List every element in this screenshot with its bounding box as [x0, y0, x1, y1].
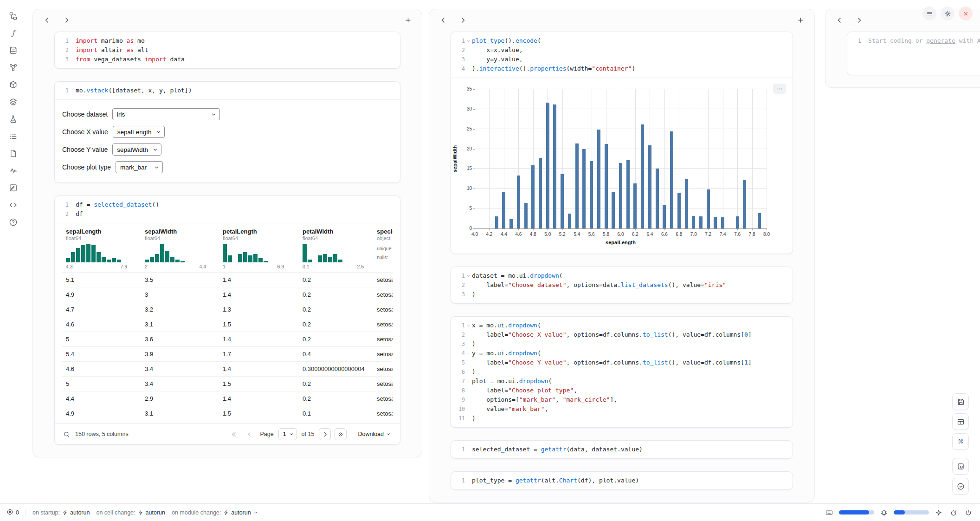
code-editor[interactable]: 1mo.vstack([dataset, x, y, plot]) [55, 82, 400, 99]
marimo-app: ƒ 1import marimo as mo2import altair as … [0, 0, 980, 521]
refresh-icon[interactable] [948, 508, 959, 518]
axis-tick [473, 109, 475, 110]
help-icon[interactable] [7, 216, 19, 228]
table-row[interactable]: 4.63.11.50.2setosa [62, 317, 393, 332]
menu-button[interactable] [922, 7, 936, 20]
first-page-button[interactable] [227, 428, 239, 440]
column-header-sepalwidth[interactable]: sepalWidthfloat64 [141, 224, 219, 241]
table-cell: 1.5 [219, 317, 299, 332]
table-row[interactable]: 5.43.91.70.4setosa [62, 346, 393, 361]
chip-icon[interactable] [879, 508, 889, 518]
keyboard-icon[interactable] [824, 508, 834, 518]
table-row[interactable]: 5.13.51.40.2setosa [62, 272, 393, 287]
run-config-on-startup[interactable]: on startup:autorun [32, 509, 90, 516]
bar-chart: 051015202530354.04.24.44.64.85.05.25.45.… [451, 85, 793, 249]
scratchpad-icon[interactable] [7, 182, 19, 193]
database-icon[interactable] [7, 45, 19, 56]
flask-icon[interactable] [7, 113, 19, 124]
code-editor[interactable]: 1x = mo.ui.dropdown(2 label="Choose X va… [451, 317, 793, 427]
code-editor[interactable]: 1plot_type = getattr(alt.Chart(df), plot… [451, 472, 793, 489]
column-header-petallength[interactable]: petalLengthfloat64 [219, 224, 299, 241]
code-line: 4y = mo.ui.dropdown( [453, 349, 788, 358]
activity-icon[interactable] [7, 165, 19, 176]
column-scroll-left-button[interactable] [437, 13, 450, 26]
run-config-on-cell-change[interactable]: on cell change:autorun [96, 509, 165, 516]
code-editor[interactable]: 1import marimo as mo2import altair as al… [55, 32, 400, 68]
download-button[interactable]: Download [355, 430, 393, 438]
search-button[interactable] [61, 429, 71, 439]
fold-toggle [465, 280, 472, 290]
code-line: 1dataset = mo.ui.dropdown( [453, 271, 788, 280]
save-button[interactable] [952, 393, 969, 410]
column-scroll-left-button[interactable] [40, 13, 53, 26]
package-icon[interactable] [7, 79, 19, 90]
line-number: 2 [453, 280, 465, 290]
fold-toggle[interactable] [465, 36, 472, 46]
dropdown-choose-y-value[interactable]: sepalWidth [112, 143, 161, 156]
code-editor[interactable]: 1dataset = mo.ui.dropdown(2 label="Choos… [451, 267, 793, 303]
axis-tick [723, 228, 723, 230]
fold-toggle[interactable] [465, 377, 472, 386]
table-row[interactable]: 4.931.40.2setosa [62, 287, 393, 302]
column-scroll-right-button[interactable] [60, 13, 73, 26]
previous-page-button[interactable] [243, 428, 255, 440]
add-column-button[interactable] [401, 13, 414, 26]
table-row[interactable]: 4.73.21.30.2setosa [62, 302, 393, 317]
table-cell: setosa [373, 347, 393, 361]
dropdown-choose-x-value[interactable]: sepalLength [113, 126, 165, 138]
errors-indicator[interactable]: 0 [6, 508, 19, 517]
document-icon[interactable] [7, 148, 19, 159]
outline-icon[interactable] [7, 130, 19, 142]
add-column-button[interactable] [794, 13, 807, 26]
gridline [475, 89, 475, 228]
last-page-button[interactable] [335, 428, 347, 440]
dropdown-choose-plot-type[interactable]: mark_bar [116, 161, 163, 173]
power-icon[interactable] [963, 508, 974, 518]
code-editor[interactable]: 1selected_dataset = getattr(data, datase… [451, 441, 793, 458]
generate-with-ai-link[interactable]: generate [926, 37, 955, 44]
keyboard-shortcuts-button[interactable]: ⌘ [952, 433, 969, 450]
page-select[interactable]: 1 [278, 428, 297, 440]
fold-toggle[interactable] [465, 271, 472, 280]
histogram-bar [303, 244, 307, 262]
table-row[interactable]: 53.41.50.2setosa [62, 376, 393, 391]
snippets-icon[interactable] [7, 199, 19, 210]
code-editor[interactable]: 1plot_type().encode(2 x=x.value,3 y=y.va… [451, 32, 793, 78]
histogram-min: 0.1 [303, 264, 309, 269]
column-header-sepallength[interactable]: sepalLengthfloat64 [62, 224, 141, 241]
config-label: on module change: [172, 509, 221, 516]
column-header-species[interactable]: speciesobject [373, 224, 393, 241]
chart-bar [743, 180, 746, 228]
close-button[interactable] [959, 7, 973, 20]
chart-bar [633, 183, 637, 228]
column-header-petalwidth[interactable]: petalWidthfloat64 [299, 224, 373, 241]
table-row[interactable]: 4.63.41.40.30000000000000004setosa [62, 361, 393, 376]
chart-options-button[interactable] [773, 84, 786, 94]
table-row[interactable]: 4.42.91.40.2setosa [62, 391, 393, 406]
column-scroll-left-button[interactable] [833, 13, 846, 26]
layout-button[interactable] [952, 413, 969, 430]
dropdown-value: mark_bar [120, 164, 147, 171]
layers-icon[interactable] [7, 96, 19, 107]
explorer-icon[interactable] [7, 10, 19, 21]
run-config-on-module-change[interactable]: on module change:autorun [172, 509, 258, 516]
code-editor[interactable]: 1df = selected_dataset()2df [55, 196, 400, 223]
column-scroll-right-button[interactable] [456, 13, 469, 26]
table-row[interactable]: 4.93.11.50.1setosa [62, 406, 393, 421]
dependency-graph-icon[interactable] [7, 62, 19, 73]
minimap-button[interactable] [952, 458, 969, 475]
column-scroll-right-button[interactable] [852, 13, 865, 26]
sparkle-icon[interactable] [934, 508, 944, 518]
notebook-column-3: 1Start coding or generate with AI [825, 9, 980, 88]
scroll-to-bottom-button[interactable] [952, 478, 969, 495]
dropdown-choose-dataset[interactable]: iris [112, 108, 220, 120]
code-editor[interactable]: 1Start coding or generate with AI [847, 32, 980, 50]
functions-icon[interactable]: ƒ [7, 27, 19, 39]
fold-toggle[interactable] [465, 321, 472, 330]
column-header [429, 9, 814, 31]
fold-toggle[interactable] [465, 349, 472, 358]
next-page-button[interactable] [319, 428, 331, 440]
table-row[interactable]: 53.61.40.2setosa [62, 332, 393, 346]
settings-button[interactable] [941, 7, 954, 20]
svg-text:ƒ: ƒ [10, 29, 16, 37]
